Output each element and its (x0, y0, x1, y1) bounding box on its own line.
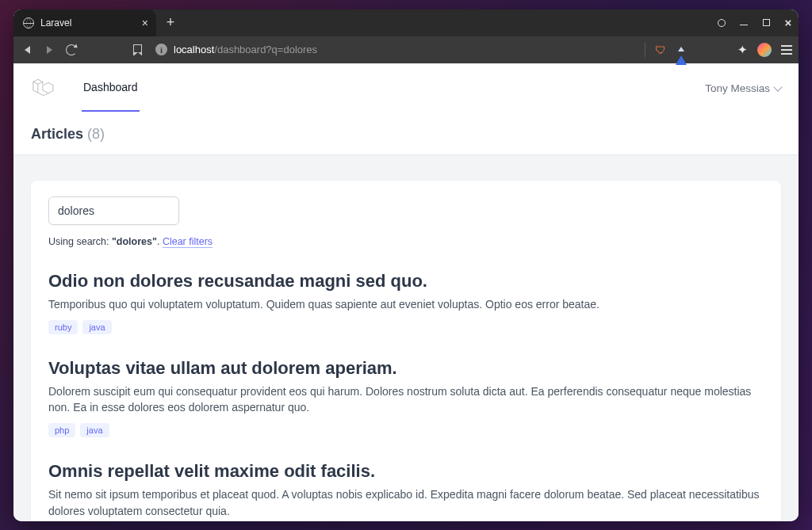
search-input[interactable] (48, 196, 179, 225)
nav-dashboard[interactable]: Dashboard (82, 64, 140, 112)
window-controls: × (716, 10, 794, 36)
brave-rewards-icon[interactable] (676, 44, 687, 55)
user-menu[interactable]: Tony Messias (705, 82, 781, 94)
browser-window: Laravel × + × i localhost/dashboard?q=do… (13, 10, 799, 521)
app-viewport: Dashboard Tony Messias Articles (8) Usin… (13, 63, 799, 521)
search-status: Using search: "dolores". Clear filters (48, 236, 764, 247)
article-title[interactable]: Odio non dolores recusandae magni sed qu… (48, 271, 764, 292)
url-field[interactable]: i localhost/dashboard?q=dolores (152, 40, 630, 60)
search-status-sep: . (157, 236, 163, 247)
articles-card: Using search: "dolores". Clear filters O… (31, 181, 781, 521)
url-text: localhost/dashboard?q=dolores (174, 44, 317, 55)
article-item: Omnis repellat velit maxime odit facilis… (48, 461, 764, 520)
article-body: Temporibus quo qui voluptatem voluptatum… (48, 296, 764, 312)
window-minimize-icon[interactable] (738, 17, 749, 29)
browser-menu-icon[interactable] (781, 45, 792, 55)
url-host: localhost (174, 44, 214, 55)
search-status-query: "dolores" (112, 236, 157, 247)
toolbar-right: 🛡 ✦ (645, 43, 792, 57)
titlebar: Laravel × + × (13, 10, 799, 36)
article-body: Dolorem suscipit eum qui consequatur pro… (48, 383, 764, 416)
tag[interactable]: php (48, 423, 75, 437)
tag[interactable]: ruby (48, 320, 78, 334)
article-body: Sit nemo sit ipsum temporibus et placeat… (48, 486, 764, 519)
url-path: /dashboard?q=dolores (214, 44, 317, 55)
main-container: Using search: "dolores". Clear filters O… (13, 155, 799, 521)
nav-forward-button[interactable] (42, 46, 56, 54)
window-maximize-icon[interactable] (760, 17, 772, 29)
nav-reload-button[interactable] (64, 44, 79, 55)
profile-avatar-icon[interactable] (757, 43, 772, 57)
site-info-icon[interactable]: i (155, 44, 167, 55)
tab-title: Laravel (40, 17, 71, 29)
laravel-logo-icon[interactable] (31, 75, 56, 101)
nav-back-button[interactable] (20, 46, 34, 54)
url-bar: i localhost/dashboard?q=dolores 🛡 ✦ (13, 36, 799, 63)
bookmark-icon[interactable] (130, 44, 144, 55)
tab-close-icon[interactable]: × (142, 17, 148, 29)
article-tags: rubyjava (48, 320, 764, 334)
articles-list: Odio non dolores recusandae magni sed qu… (48, 271, 764, 521)
window-pin-icon[interactable] (716, 17, 727, 29)
article-tags: phpjava (48, 423, 764, 437)
page-subheader: Articles (8) (13, 114, 799, 155)
search-status-prefix: Using search: (48, 236, 112, 247)
clear-filters-link[interactable]: Clear filters (163, 236, 213, 248)
extensions-icon[interactable]: ✦ (737, 43, 748, 57)
separator (645, 43, 645, 57)
app-header: Dashboard Tony Messias (13, 63, 799, 114)
article-title[interactable]: Voluptas vitae ullam aut dolorem aperiam… (48, 358, 764, 379)
tag[interactable]: java (80, 423, 109, 437)
article-item: Odio non dolores recusandae magni sed qu… (48, 271, 764, 334)
page-title-text: Articles (31, 126, 83, 142)
article-title[interactable]: Omnis repellat velit maxime odit facilis… (48, 461, 764, 482)
chevron-down-icon (773, 82, 782, 91)
window-close-icon[interactable]: × (783, 17, 794, 29)
article-count: (8) (87, 126, 105, 142)
browser-tab[interactable]: Laravel × (13, 10, 156, 36)
globe-icon (23, 17, 34, 29)
page-title: Articles (8) (31, 126, 781, 143)
brave-shield-icon[interactable]: 🛡 (655, 44, 666, 56)
new-tab-button[interactable]: + (159, 12, 182, 34)
article-item: Voluptas vitae ullam aut dolorem aperiam… (48, 358, 764, 438)
tag[interactable]: java (82, 320, 111, 334)
user-name: Tony Messias (705, 82, 770, 94)
